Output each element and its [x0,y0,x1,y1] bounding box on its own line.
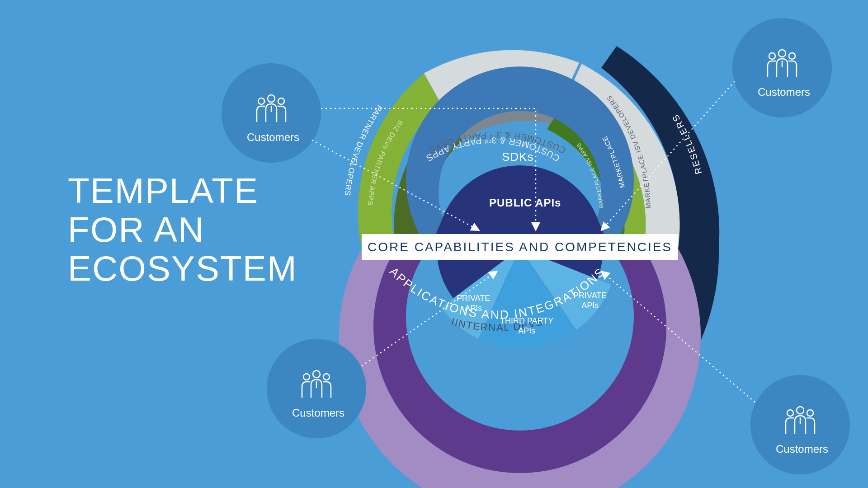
svg-point-7 [267,339,366,438]
customers-caption: Customers [292,407,344,419]
label-third-party-apis: THIRD PARTY APIs [500,316,553,336]
label-private-apis-left: PRIVATE APIs [457,294,490,313]
label-sdks: SDKs [502,150,533,164]
svg-point-8 [750,375,850,474]
svg-point-6 [732,18,832,117]
label-private-apis-right: PRIVATE APIs [573,291,607,310]
customer-bubble-bottom-right [750,375,850,474]
customer-bubble-top-left [222,63,321,163]
customers-caption: Customers [758,86,810,99]
label-public-apis: PUBLIC APIs [489,197,561,210]
core-bar: CORE CAPABILITIES AND COMPETENCIES [362,234,678,260]
customer-bubble-bottom-left [267,339,366,438]
diagram-stage: TEMPLATE FOR AN ECOSYSTEM [0,0,868,488]
svg-point-5 [222,63,321,163]
customers-caption: Customers [247,131,299,144]
customers-caption: Customers [776,443,828,455]
customer-bubble-top-right [732,18,832,117]
